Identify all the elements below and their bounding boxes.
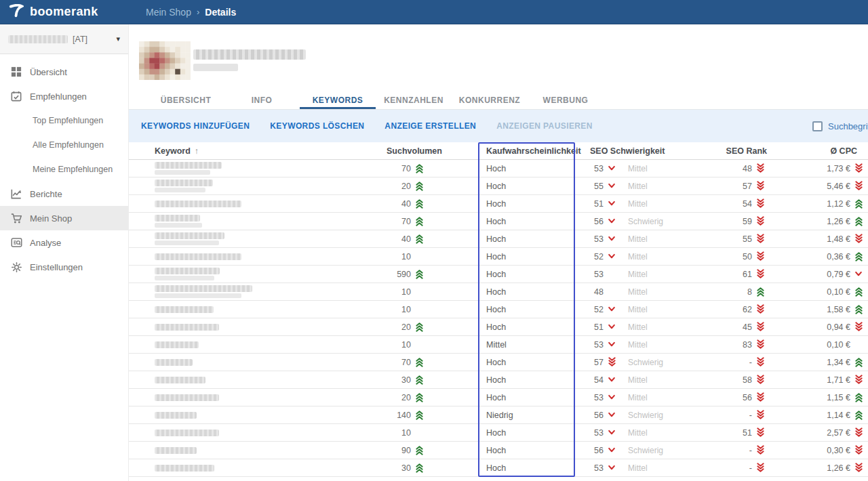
gap-cell (575, 177, 590, 194)
sidebar-item-meine-empfehlungen[interactable]: Meine Empfehlungen (0, 157, 128, 182)
table-row[interactable]: 40Hoch53Mittel551,48 € (129, 230, 868, 248)
gap-cell (426, 354, 478, 371)
seo-schwierigkeit-label: Mittel (628, 375, 648, 385)
gap-cell (426, 213, 478, 230)
gap-cell (426, 248, 478, 265)
trend-down-icon (753, 269, 767, 280)
trend-down-icon (753, 181, 767, 192)
table-row[interactable]: 10Hoch52Mittel621,58 € (129, 301, 868, 318)
seo-schwierigkeit-cell: 54Mittel (590, 371, 717, 388)
kaufwahrscheinlichkeit-cell: Mittel (478, 336, 575, 353)
sidebar-item-einstellungen[interactable]: Einstellungen (0, 255, 128, 279)
table-row[interactable]: 590Hoch53Mittel610,79 € (129, 266, 868, 283)
keywords-loeschen-button[interactable]: KEYWORDS LÖSCHEN (270, 121, 364, 131)
suchvolumen-cell: 70 (387, 160, 426, 177)
table-row[interactable]: 30Hoch53Mittel-1,26 € (129, 459, 868, 477)
main-content: ÜBERSICHTINFOKEYWORDSKENNZAHLENKONKURREN… (129, 24, 868, 481)
trend-placeholder (412, 304, 426, 315)
breadcrumb-mein-shop[interactable]: Mein Shop (146, 7, 191, 18)
anzeige-erstellen-button[interactable]: ANZEIGE ERSTELLEN (384, 121, 476, 131)
tab-konkurrenz[interactable]: KONKURRENZ (452, 92, 528, 109)
keyword-cell (129, 160, 387, 177)
table-row[interactable]: 140Niedrig56Schwierig-1,14 € (129, 406, 868, 424)
keyword-cell (129, 389, 387, 406)
keywords-table: Keyword ↑ Suchvolumen Kaufwahrscheinlich… (129, 142, 868, 477)
table-row[interactable]: 10Hoch52Mittel500,36 € (129, 248, 868, 266)
column-gap (426, 142, 478, 159)
sidebar-item-top-empfehlungen[interactable]: Top Empfehlungen (0, 108, 128, 133)
sidebar-item-mein-shop[interactable]: Mein Shop (0, 206, 128, 230)
trend-placeholder (605, 269, 618, 280)
suchvolumen-cell: 590 (387, 266, 426, 283)
trend-up-icon (412, 410, 426, 421)
trend-placeholder (605, 287, 618, 297)
column-header-seo-rank[interactable]: SEO Rank (717, 142, 794, 159)
sidebar-item-berichte[interactable]: Berichte (0, 182, 128, 206)
column-header-seo-schwierigkeit[interactable]: SEO Schwierigkeit (590, 142, 717, 159)
trend-down-small-icon (605, 304, 618, 315)
table-row[interactable]: 70Hoch56Schwierig591,26 € (129, 213, 868, 230)
table-row[interactable]: 10Mittel53Mittel830,10 € (129, 336, 868, 354)
suchvolumen-cell: 140 (387, 406, 426, 423)
search-doc-icon (10, 236, 22, 249)
table-row[interactable]: 70Hoch57Schwierig-1,34 € (129, 354, 868, 371)
column-header-cpc[interactable]: Ø CPC (794, 142, 868, 159)
sort-ascending-icon: ↑ (195, 146, 199, 156)
trend-up-icon (412, 216, 426, 227)
kaufwahrscheinlichkeit-cell: Hoch (478, 195, 575, 212)
trend-up-icon (852, 251, 865, 262)
column-header-suchvolumen[interactable]: Suchvolumen (387, 142, 426, 159)
gap-cell (426, 266, 478, 283)
keyword-cell (129, 336, 387, 353)
tab-kennzahlen[interactable]: KENNZAHLEN (376, 92, 452, 109)
table-row[interactable]: 30Hoch54Mittel581,71 € (129, 371, 868, 389)
keyword-redacted (155, 412, 197, 419)
column-header-keyword[interactable]: Keyword ↑ (129, 142, 387, 159)
table-row[interactable]: 10Hoch48Mittel80,10 € (129, 283, 868, 301)
table-row[interactable]: 20Hoch55Mittel575,46 € (129, 177, 868, 195)
seo-rank-cell: - (717, 459, 794, 476)
gap-cell (575, 283, 590, 300)
sidebar-item-empfehlungen[interactable]: Empfehlungen (0, 84, 128, 108)
sidebar-item-analyse[interactable]: Analyse (0, 230, 128, 255)
column-header-kaufwahrscheinlichkeit[interactable]: Kaufwahrscheinlichkeit (478, 142, 575, 159)
shop-country-tag: [AT] (73, 35, 87, 44)
trend-down-icon (852, 322, 865, 333)
trend-down-icon (852, 427, 865, 438)
shop-selector[interactable]: [AT] ▾ (0, 24, 128, 54)
tab-werbung[interactable]: WERBUNG (528, 92, 604, 109)
table-row[interactable]: 70Hoch53Mittel481,73 € (129, 160, 868, 177)
keyword-cell (129, 459, 387, 476)
keyword-cell (129, 195, 387, 212)
cart-icon (10, 212, 22, 224)
top-header: boomerank Mein Shop › Details (0, 0, 868, 24)
table-row[interactable]: 90Hoch56Schwierig-0,30 € (129, 442, 868, 459)
trend-placeholder (412, 287, 426, 297)
sidebar-item-alle-empfehlungen[interactable]: Alle Empfehlungen (0, 133, 128, 157)
trend-up-icon (412, 463, 426, 474)
tab-info[interactable]: INFO (224, 92, 300, 109)
trend-down-small-icon (605, 463, 618, 474)
anzeigen-pausieren-button: ANZEIGEN PAUSIEREN (496, 121, 593, 131)
tab-keywords[interactable]: KEYWORDS (300, 92, 376, 109)
sidebar-item-label: Meine Empfehlungen (33, 165, 113, 174)
table-row[interactable]: 40Hoch51Mittel541,12 € (129, 195, 868, 213)
table-row[interactable]: 10Hoch53Mittel512,57 € (129, 424, 868, 442)
seo-rank-cell: 62 (717, 301, 794, 318)
trend-placeholder (412, 339, 426, 350)
logo[interactable]: boomerank (0, 4, 129, 20)
app-root: boomerank Mein Shop › Details [AT] ▾ Übe… (0, 0, 868, 481)
seo-rank-cell: 48 (717, 160, 794, 177)
trend-up-icon (852, 287, 865, 297)
table-row[interactable]: 20Hoch53Mittel561,15 € (129, 389, 868, 406)
tab-uebersicht[interactable]: ÜBERSICHT (148, 92, 224, 109)
seo-schwierigkeit-label: Schwierig (628, 358, 663, 367)
table-row[interactable]: 20Hoch51Mittel450,94 € (129, 318, 868, 336)
sidebar-item-uebersicht[interactable]: Übersicht (0, 60, 128, 84)
keywords-hinzufuegen-button[interactable]: KEYWORDS HINZUFÜGEN (141, 121, 250, 131)
trend-up-icon (412, 198, 426, 209)
gap-cell (575, 442, 590, 459)
search-terms-checkbox[interactable] (812, 121, 823, 131)
gap-cell (426, 371, 478, 388)
action-bar: KEYWORDS HINZUFÜGENKEYWORDS LÖSCHENANZEI… (129, 110, 868, 142)
